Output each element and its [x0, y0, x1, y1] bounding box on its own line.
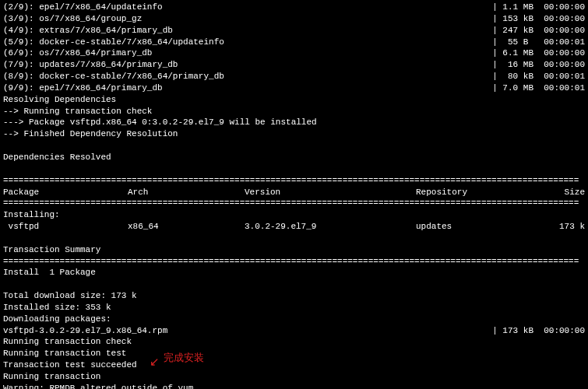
dl-stat: | 16 MB 00:00:00 — [492, 59, 585, 71]
tx-running: Running transaction — [3, 371, 585, 383]
rpm-name: vsftpd-3.0.2-29.el7_9.x86_64.rpm — [3, 325, 167, 337]
dl-path: (5/9): docker-ce-stable/7/x86_64/updatei… — [3, 37, 224, 48]
download-line: (2/9): epel/7/x86_64/updateinfo| 1.1 MB … — [3, 2, 585, 13]
dep-resolution-done: --> Finished Dependency Resolution — [3, 128, 585, 140]
download-line: (8/9): docker-ce-stable/7/x86_64/primary… — [3, 71, 585, 82]
pkg-will-install: ---> Package vsftpd.x86_64 0:3.0.2-29.el… — [3, 117, 585, 128]
resolve-deps: Resolving Dependencies — [3, 94, 585, 106]
blank-line — [3, 140, 585, 152]
install-count: Install 1 Package — [3, 267, 585, 279]
hr: ========================================… — [3, 175, 585, 187]
dl-stat: | 80 kB 00:00:01 — [492, 71, 585, 82]
rpm-download: vsftpd-3.0.2-29.el7_9.x86_64.rpm| 173 kB… — [3, 325, 585, 337]
dl-path: (3/9): os/7/x86_64/group_gz — [3, 13, 142, 25]
dl-stat: | 6.1 MB 00:00:00 — [492, 47, 585, 59]
col-repository: Repository — [416, 187, 533, 198]
tx-test: Running transaction test — [3, 348, 585, 359]
hr: ========================================… — [3, 198, 585, 209]
arrow-icon: ↙ — [150, 354, 160, 370]
download-line: (7/9): updates/7/x86_64/primary_db| 16 M… — [3, 59, 585, 71]
dl-stat: | 1.1 MB 00:00:00 — [492, 2, 585, 13]
dl-path: (7/9): updates/7/x86_64/primary_db — [3, 59, 178, 71]
dl-path: (4/9): extras/7/x86_64/primary_db — [3, 25, 173, 37]
tx-check: Running transaction check — [3, 336, 585, 348]
dl-path: (6/9): os/7/x86_64/primary_db — [3, 47, 152, 59]
blank-line — [3, 163, 585, 175]
table-header: Package Arch Version Repository Size — [3, 187, 585, 198]
deps-resolved: Dependencies Resolved — [3, 152, 585, 163]
installing-label: Installing: — [3, 209, 585, 221]
tx-summary: Transaction Summary — [3, 244, 585, 256]
col-size: Size — [533, 187, 585, 198]
dl-stat: | 153 kB 00:00:00 — [492, 13, 585, 25]
annotation-label: 完成安装 — [164, 351, 204, 365]
downloading-packages: Downloading packages: — [3, 314, 585, 325]
dl-stat: | 247 kB 00:00:00 — [492, 25, 585, 37]
col-package: Package — [3, 187, 128, 198]
pkg-arch: x86_64 — [128, 221, 245, 233]
blank-line — [3, 279, 585, 290]
table-row: vsftpd x86_64 3.0.2-29.el7_9 updates 173… — [3, 221, 585, 233]
download-line: (6/9): os/7/x86_64/primary_db| 6.1 MB 00… — [3, 47, 585, 59]
download-line: (3/9): os/7/x86_64/group_gz| 153 kB 00:0… — [3, 13, 585, 25]
download-line: (5/9): docker-ce-stable/7/x86_64/updatei… — [3, 37, 585, 48]
tx-test-ok: Transaction test succeeded — [3, 359, 585, 371]
dl-path: (8/9): docker-ce-stable/7/x86_64/primary… — [3, 71, 224, 82]
pkg-version: 3.0.2-29.el7_9 — [245, 221, 416, 233]
rpmdb-warning: Warning: RPMDB altered outside of yum. — [3, 383, 585, 389]
download-line: (9/9): epel/7/x86_64/primary_db| 7.0 MB … — [3, 82, 585, 94]
col-arch: Arch — [128, 187, 245, 198]
col-version: Version — [245, 187, 416, 198]
dl-stat: | 55 B 00:00:01 — [492, 37, 585, 48]
blank-line — [3, 233, 585, 244]
download-line: (4/9): extras/7/x86_64/primary_db| 247 k… — [3, 25, 585, 37]
total-dl-size: Total download size: 173 k — [3, 290, 585, 302]
dl-stat: | 7.0 MB 00:00:01 — [492, 82, 585, 94]
pkg-repo: updates — [416, 221, 533, 233]
installed-size: Installed size: 353 k — [3, 302, 585, 314]
pkg-name: vsftpd — [3, 221, 128, 233]
rpm-stat: | 173 kB 00:00:00 — [492, 325, 585, 337]
pkg-size: 173 k — [533, 221, 585, 233]
dl-path: (2/9): epel/7/x86_64/updateinfo — [3, 2, 163, 13]
hr: ========================================… — [3, 256, 585, 268]
dl-path: (9/9): epel/7/x86_64/primary_db — [3, 82, 163, 94]
terminal-output: (2/9): epel/7/x86_64/updateinfo| 1.1 MB … — [0, 0, 588, 389]
tx-check: --> Running transaction check — [3, 106, 585, 117]
